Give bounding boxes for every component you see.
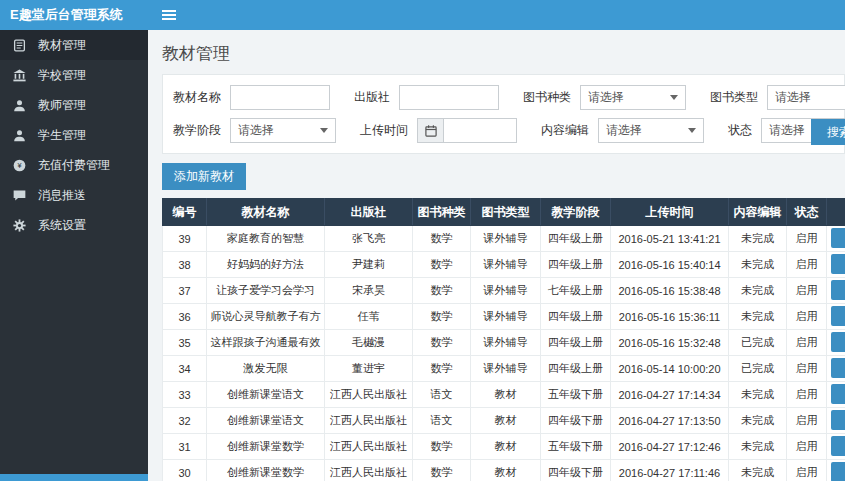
school-icon	[13, 69, 31, 82]
sidebar-item-label: 充值付费管理	[38, 157, 110, 174]
filter-field-book-kind: 图书种类请选择	[523, 85, 686, 110]
table-row: 33创维新课堂语文江西人民出版社语文教材五年级下册2016-04-27 17:1…	[163, 382, 845, 408]
filter-label-book-kind: 图书种类	[523, 89, 571, 106]
sidebar-item-7[interactable]: 系统设置	[0, 210, 148, 240]
cell-name: 师说心灵导航教子有方	[207, 304, 325, 330]
cell-action	[827, 304, 845, 330]
cell-name: 创维新课堂语文	[207, 382, 325, 408]
cell-stage: 四年级上册	[541, 330, 611, 356]
cell-name: 激发无限	[207, 356, 325, 382]
upload-time-date-group	[417, 118, 517, 143]
cell-type: 教材	[471, 434, 541, 460]
filter-field-content-editor: 内容编辑请选择	[541, 118, 704, 143]
cell-id: 33	[163, 382, 207, 408]
sidebar-item-label: 学生管理	[38, 127, 86, 144]
sidebar-item-label: 教师管理	[38, 97, 86, 114]
menu-toggle-icon[interactable]	[162, 10, 176, 20]
sidebar-item-label: 学校管理	[38, 67, 86, 84]
cell-editor: 未完成	[729, 304, 787, 330]
cell-kind: 数学	[413, 434, 471, 460]
table-header-row: 编号教材名称出版社图书种类图书类型教学阶段上传时间内容编辑状态	[163, 199, 845, 226]
table-row: 38好妈妈的好方法尹建莉数学课外辅导四年级上册2016-05-16 15:40:…	[163, 252, 845, 278]
cell-editor: 未完成	[729, 434, 787, 460]
row-action-button[interactable]	[831, 254, 845, 274]
sidebar-item-label: 教材管理	[38, 37, 86, 54]
publisher-input[interactable]	[399, 85, 499, 110]
row-action-button[interactable]	[831, 436, 845, 456]
cell-status: 启用	[787, 408, 827, 434]
row-action-button[interactable]	[831, 228, 845, 248]
book-kind-select[interactable]: 请选择	[580, 85, 686, 110]
filter-field-material-name: 教材名称	[173, 85, 330, 110]
content-editor-select[interactable]: 请选择	[598, 118, 704, 143]
row-action-button[interactable]	[831, 358, 845, 378]
cell-time: 2016-05-16 15:40:14	[611, 252, 729, 278]
sidebar-item-4[interactable]: 学生管理	[0, 120, 148, 150]
cell-pub: 董进宇	[325, 356, 413, 382]
cell-time: 2016-05-16 15:32:48	[611, 330, 729, 356]
cell-id: 30	[163, 460, 207, 481]
filter-field-publisher: 出版社	[354, 85, 499, 110]
filter-label-publisher: 出版社	[354, 89, 390, 106]
cell-kind: 数学	[413, 226, 471, 252]
row-action-button[interactable]	[831, 332, 845, 352]
table-row: 37让孩子爱学习会学习宋承昊数学课外辅导七年级上册2016-05-16 15:3…	[163, 278, 845, 304]
filter-label-content-editor: 内容编辑	[541, 122, 589, 139]
row-action-button[interactable]	[831, 462, 845, 481]
cell-type: 教材	[471, 460, 541, 481]
cell-kind: 语文	[413, 382, 471, 408]
cell-pub: 江西人民出版社	[325, 460, 413, 481]
cell-id: 31	[163, 434, 207, 460]
column-header-9: 状态	[787, 199, 827, 226]
payment-icon: ¥	[13, 159, 31, 172]
cell-stage: 四年级下册	[541, 408, 611, 434]
message-icon	[13, 189, 31, 202]
table-row: 34激发无限董进宇数学课外辅导四年级上册2016-05-14 10:00:20已…	[163, 356, 845, 382]
filter-panel: 教材名称出版社图书种类请选择图书类型请选择 教学阶段请选择上传时间内容编辑请选择…	[162, 74, 845, 154]
cell-editor: 已完成	[729, 330, 787, 356]
cell-type: 课外辅导	[471, 304, 541, 330]
search-button[interactable]: 搜索	[811, 119, 845, 145]
row-action-button[interactable]	[831, 410, 845, 430]
cell-type: 课外辅导	[471, 226, 541, 252]
sidebar: 教材管理学校管理教师管理学生管理¥充值付费管理消息推送系统设置	[0, 30, 148, 481]
cell-type: 教材	[471, 408, 541, 434]
filter-field-book-type: 图书类型请选择	[710, 85, 845, 110]
cell-id: 39	[163, 226, 207, 252]
add-material-button[interactable]: 添加新教材	[162, 163, 246, 190]
column-header-4: 图书种类	[413, 199, 471, 226]
row-action-button[interactable]	[831, 384, 845, 404]
sidebar-item-5[interactable]: ¥充值付费管理	[0, 150, 148, 180]
table-row: 31创维新课堂数学江西人民出版社数学教材五年级下册2016-04-27 17:1…	[163, 434, 845, 460]
sidebar-item-3[interactable]: 教师管理	[0, 90, 148, 120]
sidebar-item-6[interactable]: 消息推送	[0, 180, 148, 210]
cell-action	[827, 434, 845, 460]
sidebar-menu: 教材管理学校管理教师管理学生管理¥充值付费管理消息推送系统设置	[0, 30, 148, 240]
filter-label-material-name: 教材名称	[173, 89, 221, 106]
chevron-down-icon	[670, 95, 678, 100]
cell-status: 启用	[787, 382, 827, 408]
book-type-select[interactable]: 请选择	[767, 85, 845, 110]
sidebar-item-1[interactable]: 教材管理	[0, 30, 148, 60]
cell-pub: 任苇	[325, 304, 413, 330]
cell-pub: 江西人民出版社	[325, 408, 413, 434]
materials-table: 编号教材名称出版社图书种类图书类型教学阶段上传时间内容编辑状态 39家庭教育的智…	[162, 198, 845, 481]
material-name-input[interactable]	[230, 85, 330, 110]
row-action-button[interactable]	[831, 306, 845, 326]
cell-time: 2016-04-27 17:13:50	[611, 408, 729, 434]
cell-type: 课外辅导	[471, 278, 541, 304]
table-row: 36师说心灵导航教子有方任苇数学课外辅导四年级上册2016-05-16 15:3…	[163, 304, 845, 330]
cell-stage: 四年级上册	[541, 252, 611, 278]
teaching-stage-select[interactable]: 请选择	[230, 118, 336, 143]
cell-status: 启用	[787, 330, 827, 356]
cell-action	[827, 226, 845, 252]
row-action-button[interactable]	[831, 280, 845, 300]
column-header-3: 出版社	[325, 199, 413, 226]
upload-time-input[interactable]	[443, 118, 517, 143]
cell-time: 2016-05-16 15:36:11	[611, 304, 729, 330]
filter-label-upload-time: 上传时间	[360, 122, 408, 139]
sidebar-item-2[interactable]: 学校管理	[0, 60, 148, 90]
cell-stage: 五年级下册	[541, 382, 611, 408]
cell-editor: 未完成	[729, 408, 787, 434]
cell-pub: 毛樾漫	[325, 330, 413, 356]
